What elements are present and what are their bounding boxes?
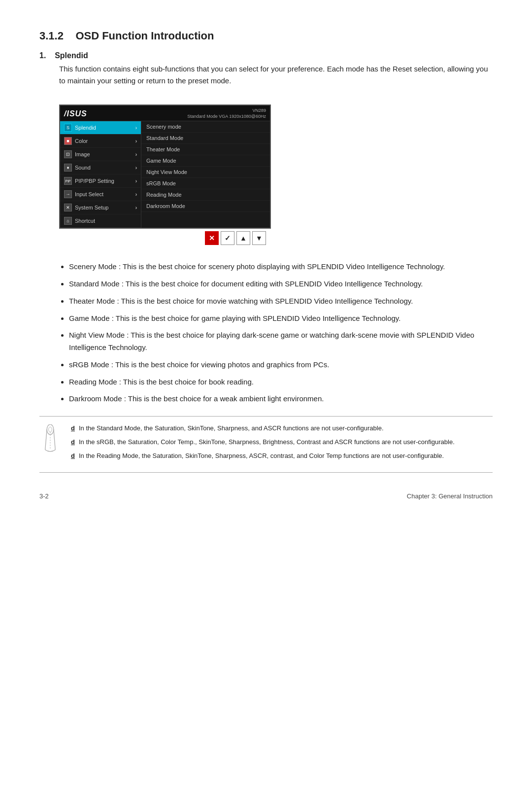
note-prefix-0: d bbox=[71, 423, 75, 433]
color-label: Color bbox=[75, 138, 88, 144]
close-nav-button[interactable]: ✕ bbox=[205, 231, 219, 245]
osd-menu-item-splendid[interactable]: S Splendid › bbox=[60, 121, 141, 135]
note-item-2: d In the Reading Mode, the Saturation, S… bbox=[71, 451, 493, 461]
note-items-container: d In the Standard Mode, the Saturation, … bbox=[71, 423, 493, 465]
monitor-screen: /ISUS VN289 Standard Mode VGA 1920x1080@… bbox=[59, 105, 271, 229]
note-pen-icon bbox=[39, 424, 61, 455]
svg-line-2 bbox=[54, 429, 55, 450]
osd-menu-item-image[interactable]: ⊡ Image › bbox=[60, 148, 141, 161]
pip-icon: PiP bbox=[64, 177, 72, 185]
splendid-icon: S bbox=[64, 124, 72, 132]
osd-right-item-darkroom[interactable]: Darkroom Mode bbox=[141, 201, 270, 212]
page-footer: 3-2 Chapter 3: General Instruction bbox=[39, 492, 493, 500]
section-title: 3.1.2 OSD Function Introduction bbox=[39, 30, 493, 42]
numbered-item-splendid: 1. Splendid This function contains eight… bbox=[39, 51, 493, 87]
image-label: Image bbox=[75, 151, 90, 157]
asus-logo: /ISUS bbox=[64, 109, 87, 118]
osd-menu-item-sound[interactable]: ♦ Sound › bbox=[60, 161, 141, 174]
note-prefix-1: d bbox=[71, 437, 75, 447]
sound-icon: ♦ bbox=[64, 164, 72, 172]
bullet-reading: Reading Mode : This is the best choice f… bbox=[69, 376, 493, 388]
osd-menu-item-system[interactable]: ✕ System Setup › bbox=[60, 201, 141, 214]
note-prefix-2: d bbox=[71, 451, 75, 461]
footer-right: Chapter 3: General Instruction bbox=[407, 492, 493, 500]
osd-right-item-theater[interactable]: Theater Mode bbox=[141, 144, 270, 155]
splendid-label: Splendid bbox=[75, 125, 96, 131]
note-section: d In the Standard Mode, the Saturation, … bbox=[39, 416, 493, 472]
osd-right-panel: Scenery mode Standard Mode Theater Mode … bbox=[141, 121, 270, 228]
item-description: This function contains eight sub-functio… bbox=[59, 63, 493, 87]
svg-line-1 bbox=[45, 429, 47, 450]
arrow-icon: › bbox=[135, 165, 137, 171]
color-icon: ■ bbox=[64, 137, 72, 145]
image-icon: ⊡ bbox=[64, 150, 72, 158]
svg-point-3 bbox=[49, 427, 52, 432]
system-label: System Setup bbox=[75, 205, 108, 210]
bullet-scenery: Scenery Mode : This is the best choice f… bbox=[69, 261, 493, 273]
arrow-icon: › bbox=[135, 125, 137, 131]
osd-left-panel: S Splendid › ■ Color › ⊡ Image › bbox=[60, 121, 141, 228]
mode-descriptions: Scenery Mode : This is the best choice f… bbox=[59, 261, 493, 405]
bullet-standard: Standard Mode : This is the best choice … bbox=[69, 278, 493, 290]
osd-right-item-scenery[interactable]: Scenery mode bbox=[141, 121, 270, 133]
osd-menu-item-shortcut[interactable]: ⌂ Shortcut bbox=[60, 214, 141, 228]
arrow-icon: › bbox=[135, 139, 137, 144]
page-content: 3.1.2 OSD Function Introduction 1. Splen… bbox=[39, 30, 493, 500]
monitor-info: VN289 Standard Mode VGA 1920x1080@60Hz bbox=[187, 108, 266, 119]
arrow-icon: › bbox=[135, 192, 137, 197]
arrow-icon: › bbox=[135, 205, 137, 210]
osd-menu-item-input[interactable]: → Input Select › bbox=[60, 188, 141, 201]
note-item-0: d In the Standard Mode, the Saturation, … bbox=[71, 423, 493, 433]
osd-menu: S Splendid › ■ Color › ⊡ Image › bbox=[60, 121, 270, 228]
bullet-game: Game Mode : This is the best choice for … bbox=[69, 313, 493, 325]
system-icon: ✕ bbox=[64, 204, 72, 211]
section-number: 3.1.2 bbox=[39, 30, 64, 42]
arrow-icon: › bbox=[135, 152, 137, 157]
item-number-label: 1. Splendid bbox=[39, 51, 493, 60]
bullet-theater: Theater Mode : This is the best choice f… bbox=[69, 295, 493, 308]
up-nav-button[interactable]: ▲ bbox=[236, 231, 250, 245]
note-item-1: d In the sRGB, the Saturation, Color Tem… bbox=[71, 437, 493, 447]
pip-label: PIP/PBP Setting bbox=[75, 178, 114, 184]
osd-right-item-reading[interactable]: Reading Mode bbox=[141, 189, 270, 201]
osd-menu-item-color[interactable]: ■ Color › bbox=[60, 135, 141, 148]
note-text-2: In the Reading Mode, the Saturation, Ski… bbox=[79, 451, 444, 461]
osd-right-item-night[interactable]: Night View Mode bbox=[141, 167, 270, 178]
section-title-text: OSD Function Introduction bbox=[75, 30, 214, 42]
note-text-0: In the Standard Mode, the Saturation, Sk… bbox=[79, 423, 384, 433]
bullet-srgb: sRGB Mode : This is the best choice for … bbox=[69, 359, 493, 371]
nav-buttons: ✕ ✓ ▲ ▼ bbox=[59, 231, 271, 245]
bullet-darkroom: Darkroom Mode : This is the best choice … bbox=[69, 393, 493, 405]
bullet-night: Night View Mode : This is the best choic… bbox=[69, 329, 493, 354]
down-nav-button[interactable]: ▼ bbox=[252, 231, 266, 245]
input-icon: → bbox=[64, 190, 72, 198]
footer-left: 3-2 bbox=[39, 492, 49, 500]
osd-right-item-game[interactable]: Game Mode bbox=[141, 155, 270, 167]
input-label: Input Select bbox=[75, 191, 103, 197]
osd-right-item-srgb[interactable]: sRGB Mode bbox=[141, 178, 270, 189]
osd-menu-item-pip[interactable]: PiP PIP/PBP Setting › bbox=[60, 174, 141, 188]
arrow-icon: › bbox=[135, 178, 137, 184]
confirm-nav-button[interactable]: ✓ bbox=[221, 231, 234, 245]
monitor-screenshot: /ISUS VN289 Standard Mode VGA 1920x1080@… bbox=[59, 105, 271, 245]
sound-label: Sound bbox=[75, 165, 91, 171]
shortcut-label: Shortcut bbox=[75, 218, 95, 224]
osd-right-item-standard[interactable]: Standard Mode bbox=[141, 133, 270, 144]
note-text-1: In the sRGB, the Saturation, Color Temp.… bbox=[79, 437, 455, 447]
monitor-top-bar: /ISUS VN289 Standard Mode VGA 1920x1080@… bbox=[60, 105, 270, 121]
shortcut-icon: ⌂ bbox=[64, 217, 72, 225]
